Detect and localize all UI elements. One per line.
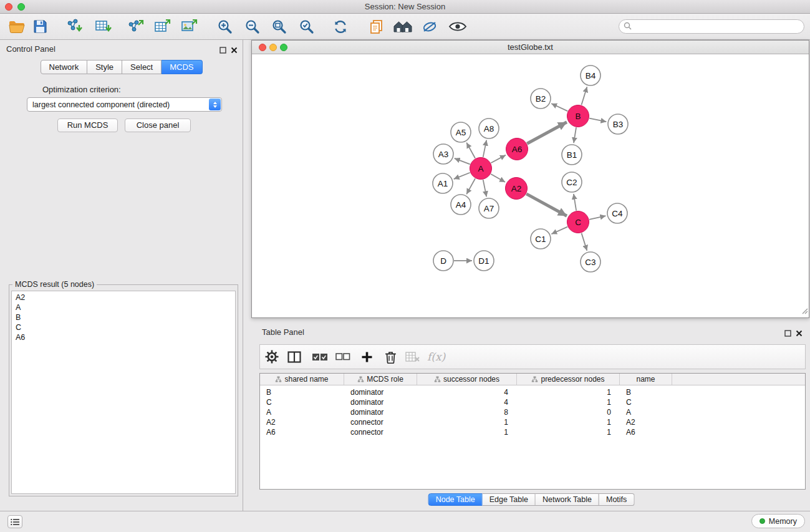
tab-motifs[interactable]: Motifs <box>599 493 634 506</box>
function-builder-icon[interactable]: f(x) <box>425 347 448 366</box>
column-header-filler <box>672 374 805 385</box>
cell-name: A2 <box>620 418 672 427</box>
graph-edge-A-A8[interactable] <box>483 140 487 157</box>
graph-edge-C-C3[interactable] <box>582 233 587 251</box>
cell-successor-nodes: 4 <box>417 388 517 397</box>
graph-edge-A-A5[interactable] <box>466 143 475 158</box>
resize-grip[interactable] <box>801 306 808 317</box>
task-history-button[interactable] <box>7 515 22 528</box>
table-settings-gear-icon[interactable] <box>263 347 281 366</box>
zoom-out-icon[interactable] <box>241 16 263 37</box>
search-input[interactable] <box>634 22 804 31</box>
mcds-result-item[interactable]: A6 <box>12 332 235 342</box>
tab-style[interactable]: Style <box>87 60 122 74</box>
delete-table-icon[interactable] <box>403 347 422 366</box>
zoom-fit-icon[interactable] <box>268 16 289 37</box>
table-row[interactable]: A2 connector 1 1 A2 <box>260 417 805 427</box>
tab-network-table[interactable]: Network Table <box>536 493 599 506</box>
memory-status-icon <box>759 518 765 524</box>
table-row[interactable]: A dominator 8 0 A <box>260 407 805 417</box>
graph-edge-A-A6[interactable] <box>491 155 506 163</box>
column-header-successor-nodes[interactable]: successor nodes <box>417 374 517 385</box>
column-type-icon <box>531 376 538 382</box>
hide-graphics-icon[interactable] <box>419 16 440 37</box>
import-network-icon[interactable] <box>64 16 85 37</box>
graph-node-label-A: A <box>478 164 483 173</box>
mcds-result-item[interactable]: B <box>12 312 235 322</box>
copy-document-icon[interactable] <box>366 16 387 37</box>
export-network-icon[interactable] <box>125 16 146 37</box>
zoom-in-icon[interactable] <box>214 16 235 37</box>
graph-edge-C-C1[interactable] <box>551 227 567 235</box>
close-panel-icon[interactable] <box>231 45 238 56</box>
table-row[interactable]: C dominator 4 1 C <box>260 397 805 407</box>
export-table-icon[interactable] <box>152 16 173 37</box>
column-header-mcds-role[interactable]: MCDS role <box>344 374 417 385</box>
graph-edge-A-A4[interactable] <box>466 178 475 194</box>
run-mcds-button[interactable]: Run MCDS <box>57 118 118 132</box>
apply-layout-icon[interactable] <box>330 16 351 37</box>
graph-edge-B-B2[interactable] <box>551 104 567 111</box>
search-box[interactable] <box>619 19 804 34</box>
home-icon[interactable] <box>392 16 413 37</box>
close-table-panel-icon[interactable] <box>796 328 803 339</box>
eye-icon[interactable] <box>447 16 468 37</box>
cell-shared-name: C <box>260 398 344 407</box>
tab-select[interactable]: Select <box>122 60 162 74</box>
graph-edge-A6-B[interactable] <box>527 122 567 143</box>
network-canvas[interactable]: B4B2BB3A5A8A6B1A3AC2A1A2A4A7C4CC1C3DD1 <box>252 54 809 317</box>
network-graph[interactable]: B4B2BB3A5A8A6B1A3AC2A1A2A4A7C4CC1C3DD1 <box>252 54 809 317</box>
cell-predecessor-nodes: 1 <box>517 388 620 397</box>
table-row[interactable]: B dominator 4 1 B <box>260 387 805 397</box>
graph-edge-C-C4[interactable] <box>589 216 605 220</box>
add-column-icon[interactable] <box>357 347 376 366</box>
network-window-title: testGlobe.txt <box>252 42 809 52</box>
graph-node-label-D: D <box>440 256 446 266</box>
optimization-criterion-label: Optimization criterion: <box>42 85 121 94</box>
graph-edge-B-B1[interactable] <box>574 127 576 143</box>
graph-node-label-A1: A1 <box>438 179 448 188</box>
list-icon <box>11 518 20 526</box>
save-session-icon[interactable] <box>29 16 51 37</box>
float-panel-icon[interactable] <box>219 45 226 56</box>
mcds-result-list[interactable]: A2 A B C A6 <box>11 291 236 494</box>
zoom-selected-icon[interactable] <box>296 16 317 37</box>
export-image-icon[interactable] <box>178 16 200 37</box>
mcds-result-item[interactable]: A2 <box>12 293 235 302</box>
cell-predecessor-nodes: 0 <box>517 408 620 417</box>
deselect-all-icon[interactable] <box>334 347 352 366</box>
graph-node-label-B: B <box>575 112 581 121</box>
open-session-icon[interactable] <box>6 16 27 37</box>
criterion-dropdown[interactable]: largest connected component (directed) <box>27 97 222 112</box>
mcds-result-item[interactable]: A <box>12 302 235 312</box>
column-header-shared-name[interactable]: shared name <box>260 374 344 385</box>
mcds-result-item[interactable]: C <box>12 322 235 332</box>
float-table-panel-icon[interactable] <box>784 328 791 339</box>
column-header-name[interactable]: name <box>620 374 672 385</box>
import-table-icon[interactable] <box>92 16 113 37</box>
graph-node-label-A3: A3 <box>438 150 449 159</box>
tab-node-table[interactable]: Node Table <box>428 493 483 506</box>
select-all-icon[interactable] <box>311 347 329 366</box>
graph-edge-A-A2[interactable] <box>491 174 505 182</box>
network-window: testGlobe.txt B4B2BB3A5A8A6B1A3AC2A1A2A4… <box>251 40 809 318</box>
column-header-predecessor-nodes[interactable]: predecessor nodes <box>517 374 620 385</box>
graph-edge-A-A7[interactable] <box>483 180 487 196</box>
delete-column-icon[interactable] <box>381 347 400 366</box>
tab-edge-table[interactable]: Edge Table <box>483 493 536 506</box>
show-columns-icon[interactable] <box>285 347 304 366</box>
cell-mcds-role: connector <box>344 418 417 427</box>
graph-edge-B-B3[interactable] <box>589 118 606 122</box>
graph-edge-B-B4[interactable] <box>581 87 587 105</box>
graph-edge-A2-C[interactable] <box>526 194 567 216</box>
memory-button[interactable]: Memory <box>751 514 805 528</box>
search-icon <box>624 21 632 32</box>
graph-edge-A-A1[interactable] <box>454 173 470 179</box>
close-panel-button[interactable]: Close panel <box>125 118 191 132</box>
graph-node-label-C: C <box>575 218 581 227</box>
graph-edge-A-A3[interactable] <box>455 158 470 165</box>
table-row[interactable]: A6 connector 1 1 A6 <box>260 427 805 437</box>
tab-network[interactable]: Network <box>40 60 87 74</box>
graph-edge-C-C2[interactable] <box>574 194 576 211</box>
tab-mcds[interactable]: MCDS <box>162 60 202 74</box>
